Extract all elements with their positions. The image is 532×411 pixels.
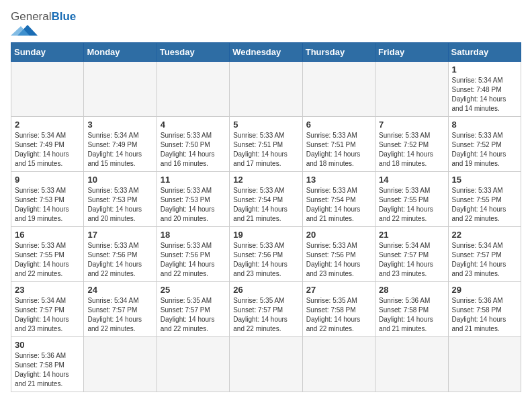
calendar-cell: 2Sunrise: 5:34 AM Sunset: 7:49 PM Daylig… <box>11 116 84 171</box>
day-number: 16 <box>15 230 80 240</box>
day-info: Sunrise: 5:33 AM Sunset: 7:52 PM Dayligh… <box>379 131 444 169</box>
week-row-4: 23Sunrise: 5:34 AM Sunset: 7:57 PM Dayli… <box>11 281 521 336</box>
calendar-cell: 30Sunrise: 5:36 AM Sunset: 7:58 PM Dayli… <box>11 336 84 392</box>
day-info: Sunrise: 5:33 AM Sunset: 7:56 PM Dayligh… <box>306 241 371 279</box>
day-number: 6 <box>306 120 371 130</box>
day-info: Sunrise: 5:33 AM Sunset: 7:55 PM Dayligh… <box>452 186 517 224</box>
day-number: 22 <box>452 230 517 240</box>
calendar-header: SundayMondayTuesdayWednesdayThursdayFrid… <box>11 42 521 61</box>
day-number: 29 <box>452 285 517 295</box>
day-header-tuesday: Tuesday <box>157 42 229 61</box>
calendar-cell <box>230 61 302 116</box>
logo-area: GeneralBlue <box>11 11 76 37</box>
day-info: Sunrise: 5:33 AM Sunset: 7:50 PM Dayligh… <box>161 131 226 169</box>
logo-blue: Blue <box>51 10 76 23</box>
day-info: Sunrise: 5:34 AM Sunset: 7:49 PM Dayligh… <box>15 131 80 169</box>
calendar-cell: 19Sunrise: 5:33 AM Sunset: 7:56 PM Dayli… <box>230 226 302 281</box>
day-header-monday: Monday <box>84 42 157 61</box>
calendar-cell: 9Sunrise: 5:33 AM Sunset: 7:53 PM Daylig… <box>11 171 84 226</box>
calendar-cell: 28Sunrise: 5:36 AM Sunset: 7:58 PM Dayli… <box>375 281 448 336</box>
day-info: Sunrise: 5:33 AM Sunset: 7:51 PM Dayligh… <box>233 131 298 169</box>
calendar-cell: 7Sunrise: 5:33 AM Sunset: 7:52 PM Daylig… <box>375 116 448 171</box>
day-header-thursday: Thursday <box>302 42 375 61</box>
calendar-cell: 25Sunrise: 5:35 AM Sunset: 7:57 PM Dayli… <box>157 281 229 336</box>
day-info: Sunrise: 5:33 AM Sunset: 7:53 PM Dayligh… <box>161 186 226 224</box>
calendar-cell: 23Sunrise: 5:34 AM Sunset: 7:57 PM Dayli… <box>11 281 84 336</box>
day-number: 30 <box>15 340 80 350</box>
day-info: Sunrise: 5:34 AM Sunset: 7:48 PM Dayligh… <box>452 76 517 113</box>
calendar-cell <box>230 336 302 392</box>
page-container: GeneralBlue SundayMondayTuesdayWednesday… <box>11 11 521 392</box>
calendar-cell <box>302 336 375 392</box>
calendar-cell: 3Sunrise: 5:34 AM Sunset: 7:49 PM Daylig… <box>84 116 157 171</box>
calendar-cell: 29Sunrise: 5:36 AM Sunset: 7:58 PM Dayli… <box>448 281 521 336</box>
week-row-2: 9Sunrise: 5:33 AM Sunset: 7:53 PM Daylig… <box>11 171 521 226</box>
day-number: 4 <box>161 120 226 130</box>
day-info: Sunrise: 5:35 AM Sunset: 7:58 PM Dayligh… <box>306 296 371 334</box>
calendar-cell: 4Sunrise: 5:33 AM Sunset: 7:50 PM Daylig… <box>157 116 229 171</box>
calendar-cell: 27Sunrise: 5:35 AM Sunset: 7:58 PM Dayli… <box>302 281 375 336</box>
day-number: 18 <box>161 230 226 240</box>
day-info: Sunrise: 5:33 AM Sunset: 7:56 PM Dayligh… <box>87 241 152 279</box>
calendar-cell <box>302 61 375 116</box>
day-number: 2 <box>15 120 80 130</box>
day-info: Sunrise: 5:34 AM Sunset: 7:57 PM Dayligh… <box>87 296 152 334</box>
week-row-1: 2Sunrise: 5:34 AM Sunset: 7:49 PM Daylig… <box>11 116 521 171</box>
week-row-3: 16Sunrise: 5:33 AM Sunset: 7:55 PM Dayli… <box>11 226 521 281</box>
calendar-cell: 22Sunrise: 5:34 AM Sunset: 7:57 PM Dayli… <box>448 226 521 281</box>
calendar-cell <box>375 61 448 116</box>
day-info: Sunrise: 5:36 AM Sunset: 7:58 PM Dayligh… <box>15 351 80 389</box>
day-number: 28 <box>379 285 444 295</box>
day-info: Sunrise: 5:34 AM Sunset: 7:57 PM Dayligh… <box>452 241 517 279</box>
day-info: Sunrise: 5:34 AM Sunset: 7:57 PM Dayligh… <box>379 241 444 279</box>
calendar-cell: 17Sunrise: 5:33 AM Sunset: 7:56 PM Dayli… <box>84 226 157 281</box>
calendar-cell: 20Sunrise: 5:33 AM Sunset: 7:56 PM Dayli… <box>302 226 375 281</box>
day-number: 13 <box>306 175 371 185</box>
calendar-cell <box>11 61 84 116</box>
calendar-cell <box>448 336 521 392</box>
calendar-cell: 1Sunrise: 5:34 AM Sunset: 7:48 PM Daylig… <box>448 61 521 116</box>
calendar-cell <box>84 336 157 392</box>
day-number: 3 <box>87 120 152 130</box>
day-number: 27 <box>306 285 371 295</box>
day-info: Sunrise: 5:33 AM Sunset: 7:54 PM Dayligh… <box>306 186 371 224</box>
calendar-cell: 12Sunrise: 5:33 AM Sunset: 7:54 PM Dayli… <box>230 171 302 226</box>
day-info: Sunrise: 5:36 AM Sunset: 7:58 PM Dayligh… <box>452 296 517 334</box>
calendar-table: SundayMondayTuesdayWednesdayThursdayFrid… <box>11 42 521 392</box>
calendar-cell <box>157 336 229 392</box>
calendar-cell: 24Sunrise: 5:34 AM Sunset: 7:57 PM Dayli… <box>84 281 157 336</box>
day-info: Sunrise: 5:36 AM Sunset: 7:58 PM Dayligh… <box>379 296 444 334</box>
logo-general: General <box>11 10 51 23</box>
day-number: 24 <box>87 285 152 295</box>
day-info: Sunrise: 5:33 AM Sunset: 7:55 PM Dayligh… <box>379 186 444 224</box>
day-number: 1 <box>452 64 517 75</box>
day-number: 12 <box>233 175 298 185</box>
day-number: 8 <box>452 120 517 130</box>
day-info: Sunrise: 5:33 AM Sunset: 7:52 PM Dayligh… <box>452 131 517 169</box>
calendar-cell: 13Sunrise: 5:33 AM Sunset: 7:54 PM Dayli… <box>302 171 375 226</box>
calendar-cell: 8Sunrise: 5:33 AM Sunset: 7:52 PM Daylig… <box>448 116 521 171</box>
calendar-cell <box>157 61 229 116</box>
day-number: 23 <box>15 285 80 295</box>
day-number: 25 <box>161 285 226 295</box>
calendar-cell: 10Sunrise: 5:33 AM Sunset: 7:53 PM Dayli… <box>84 171 157 226</box>
calendar-cell <box>375 336 448 392</box>
day-info: Sunrise: 5:33 AM Sunset: 7:53 PM Dayligh… <box>15 186 80 224</box>
day-header-sunday: Sunday <box>11 42 84 61</box>
day-info: Sunrise: 5:35 AM Sunset: 7:57 PM Dayligh… <box>161 296 226 334</box>
week-row-0: 1Sunrise: 5:34 AM Sunset: 7:48 PM Daylig… <box>11 61 521 116</box>
calendar-cell: 5Sunrise: 5:33 AM Sunset: 7:51 PM Daylig… <box>230 116 302 171</box>
day-number: 5 <box>233 120 298 130</box>
calendar-cell: 14Sunrise: 5:33 AM Sunset: 7:55 PM Dayli… <box>375 171 448 226</box>
logo-text: GeneralBlue <box>11 11 76 24</box>
day-number: 10 <box>87 175 152 185</box>
day-info: Sunrise: 5:33 AM Sunset: 7:55 PM Dayligh… <box>15 241 80 279</box>
calendar-cell: 11Sunrise: 5:33 AM Sunset: 7:53 PM Dayli… <box>157 171 229 226</box>
day-info: Sunrise: 5:33 AM Sunset: 7:54 PM Dayligh… <box>233 186 298 224</box>
day-number: 11 <box>161 175 226 185</box>
day-info: Sunrise: 5:35 AM Sunset: 7:57 PM Dayligh… <box>233 296 298 334</box>
day-number: 14 <box>379 175 444 185</box>
day-info: Sunrise: 5:34 AM Sunset: 7:57 PM Dayligh… <box>15 296 80 334</box>
calendar-cell: 21Sunrise: 5:34 AM Sunset: 7:57 PM Dayli… <box>375 226 448 281</box>
day-info: Sunrise: 5:33 AM Sunset: 7:56 PM Dayligh… <box>233 241 298 279</box>
